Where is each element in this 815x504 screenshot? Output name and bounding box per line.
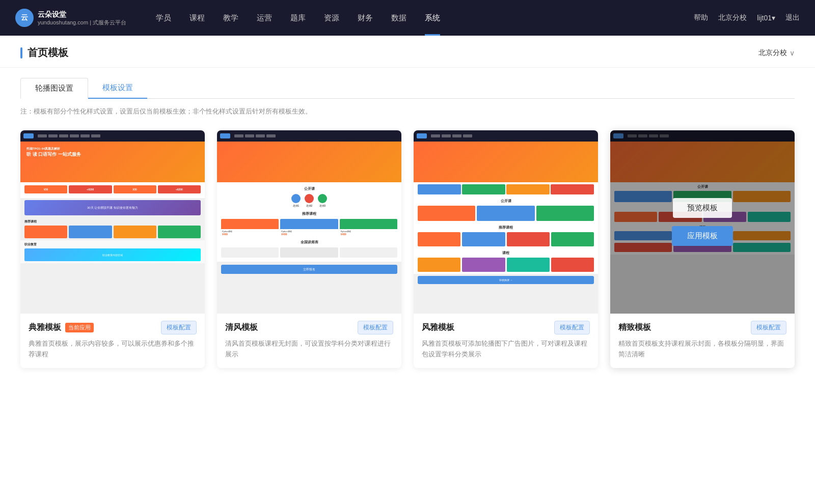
t3-courses: 课程 xyxy=(414,248,598,274)
logo-text: 云朵设堂 yunduoshutang.com | 式服务云平台 xyxy=(38,10,126,26)
template-preview-4: 公开课 推荐课程 xyxy=(610,130,795,314)
template-name-group-1: 典雅模板 当前应用 xyxy=(29,322,94,333)
config-btn-1[interactable]: 模板配置 xyxy=(161,321,197,334)
config-btn-2[interactable]: 模板配置 xyxy=(358,321,393,334)
nav-item-data[interactable]: 数据 xyxy=(382,0,416,36)
nav-item-courses[interactable]: 课程 xyxy=(180,0,214,36)
logo-icon: 云 xyxy=(15,9,34,27)
mini-nav-1 xyxy=(20,130,205,142)
apply-btn-4[interactable]: 应用模板 xyxy=(672,226,733,246)
template-footer-3: 风雅模板 模板配置 风雅首页模板可添加轮播图下广告图片，可对课程及课程包设置学科… xyxy=(414,314,598,368)
tabs: 轮播图设置 模板设置 xyxy=(20,78,795,99)
template-desc-2: 清风首页模板课程无封面，可设置按学科分类对课程进行展示 xyxy=(225,339,393,360)
nav-branch[interactable]: 北京分校 xyxy=(718,13,747,22)
mini-nav-items-1 xyxy=(38,134,100,137)
config-btn-4[interactable]: 模板配置 xyxy=(751,321,786,334)
template-name-row-4: 精致模板 模板配置 xyxy=(618,321,786,334)
template-name-group-4: 精致模板 xyxy=(618,322,651,333)
main-nav: 学员 课程 教学 运营 题库 资源 财务 数据 系统 xyxy=(147,0,694,36)
t3-categories xyxy=(414,182,598,197)
t1-banner: 托福TPO1-54真题及解析 听 读 口语写作 一站式服务 xyxy=(20,142,205,182)
template-name-2: 清风模板 xyxy=(225,322,258,333)
template-name-group-3: 风雅模板 xyxy=(422,322,454,333)
template-footer-2: 清风模板 模板配置 清风首页模板课程无封面，可设置按学科分类对课程进行展示 xyxy=(217,314,401,368)
nav-item-system[interactable]: 系统 xyxy=(416,0,449,36)
template-footer-1: 典雅模板 当前应用 模板配置 典雅首页模板，展示内容较多，可以展示优惠券和多个推… xyxy=(20,314,205,368)
page-title-wrap: 首页模板 xyxy=(20,46,68,60)
nav-user[interactable]: lijt01▾ xyxy=(757,14,775,22)
nav-item-teaching[interactable]: 教学 xyxy=(214,0,248,36)
tabs-container: 轮播图设置 模板设置 xyxy=(0,68,815,99)
navbar-right: 帮助 北京分校 lijt01▾ 退出 xyxy=(694,13,800,22)
mini-nav-3 xyxy=(414,130,598,142)
note-text: 注：模板有部分个性化样式设置，设置后仅当前模板生效；非个性化样式设置后针对所有模… xyxy=(0,99,815,120)
template-name-row-2: 清风模板 模板配置 xyxy=(225,321,393,334)
template-name-row-3: 风雅模板 模板配置 xyxy=(422,321,590,334)
template-name-row-1: 典雅模板 当前应用 模板配置 xyxy=(29,321,197,334)
template-preview-2: 公开课 老师1 老师2 老 xyxy=(217,130,401,314)
t1-voc: 职业教育 职业教育内容区域 xyxy=(20,240,205,263)
template-name-1: 典雅模板 xyxy=(29,322,61,333)
t3-banner xyxy=(414,142,598,182)
navbar: 云 云朵设堂 yunduoshutang.com | 式服务云平台 学员 课程 … xyxy=(0,0,815,36)
template-card-4: 公开课 推荐课程 xyxy=(610,130,795,368)
branch-name: 北京分校 xyxy=(758,48,787,58)
template-name-3: 风雅模板 xyxy=(422,322,454,333)
nav-item-questions[interactable]: 题库 xyxy=(281,0,315,36)
t3-recommend: 推荐课程 xyxy=(414,223,598,248)
nav-help[interactable]: 帮助 xyxy=(694,13,708,22)
mini-logo-3 xyxy=(417,133,427,138)
t2-teachers: 公开课 老师1 老师2 老 xyxy=(217,182,401,262)
tab-carousel[interactable]: 轮播图设置 xyxy=(20,78,88,99)
mini-nav-items-3 xyxy=(431,134,472,137)
t1-coupons: ¥30 +¥200 ¥30 +¥200 xyxy=(20,182,205,198)
template-desc-1: 典雅首页模板，展示内容较多，可以展示优惠券和多个推荐课程 xyxy=(29,339,197,360)
page-header: 首页模板 北京分校 ∨ xyxy=(0,36,815,68)
template-footer-4: 精致模板 模板配置 精致首页模板支持课程展示封面，各模板分隔明显，界面简洁清晰 xyxy=(610,314,795,368)
mini-logo-2 xyxy=(220,133,230,138)
template-name-group-2: 清风模板 xyxy=(225,322,258,333)
t1-promo: 30天 让你摆脱平庸 知识使你更有魅力 xyxy=(24,200,201,215)
t1-recommend: 推荐课程 xyxy=(20,217,205,240)
nav-item-finance[interactable]: 财务 xyxy=(348,0,382,36)
template-preview-3: 公开课 推荐课程 xyxy=(414,130,598,314)
template-grid: 托福TPO1-54真题及解析 听 读 口语写作 一站式服务 ¥30 +¥200 … xyxy=(0,120,815,388)
template-name-4: 精致模板 xyxy=(618,322,651,333)
t1-banner-text: 托福TPO1-54真题及解析 听 读 口语写作 一站式服务 xyxy=(26,147,81,158)
preview-btn-4[interactable]: 预览模板 xyxy=(673,198,732,218)
template-desc-3: 风雅首页模板可添加轮播图下广告图片，可对课程及课程包设置学科分类展示 xyxy=(422,339,590,360)
t2-apply: 立即报名 xyxy=(221,265,397,274)
template-card-1: 托福TPO1-54真题及解析 听 读 口语写作 一站式服务 ¥30 +¥200 … xyxy=(20,130,205,368)
mini-nav-items-2 xyxy=(234,134,276,137)
template-preview-1: 托福TPO1-54真题及解析 听 读 口语写作 一站式服务 ¥30 +¥200 … xyxy=(20,130,205,314)
template-desc-4: 精致首页模板支持课程展示封面，各模板分隔明显，界面简洁清晰 xyxy=(618,339,786,360)
page-title: 首页模板 xyxy=(28,46,68,60)
t2-banner xyxy=(217,142,401,182)
mini-nav-2 xyxy=(217,130,401,142)
template-card-2: 公开课 老师1 老师2 老 xyxy=(217,130,401,368)
mini-logo-1 xyxy=(23,133,34,138)
template-overlay-4: 预览模板 应用模板 xyxy=(610,130,795,314)
page-container: 首页模板 北京分校 ∨ 轮播图设置 模板设置 注：模板有部分个性化样式设置，设置… xyxy=(0,36,815,504)
nav-logout[interactable]: 退出 xyxy=(785,13,800,22)
nav-item-students[interactable]: 学员 xyxy=(147,0,180,36)
tab-template[interactable]: 模板设置 xyxy=(88,78,147,99)
title-bar-decoration xyxy=(20,47,22,59)
t3-public: 公开课 xyxy=(414,197,598,223)
nav-item-resources[interactable]: 资源 xyxy=(315,0,348,36)
chevron-down-icon: ∨ xyxy=(790,49,795,57)
branch-selector[interactable]: 北京分校 ∨ xyxy=(758,48,795,58)
template-card-3: 公开课 推荐课程 xyxy=(414,130,598,368)
config-btn-3[interactable]: 模板配置 xyxy=(554,321,590,334)
nav-item-operations[interactable]: 运营 xyxy=(248,0,281,36)
logo[interactable]: 云 云朵设堂 yunduoshutang.com | 式服务云平台 xyxy=(15,9,126,27)
current-badge-1: 当前应用 xyxy=(65,323,94,332)
